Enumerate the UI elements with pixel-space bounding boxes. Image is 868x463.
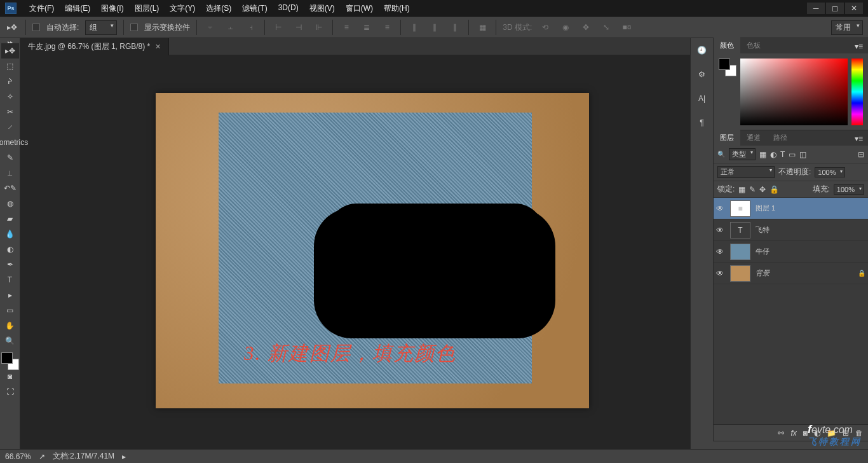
slide3d-icon[interactable]: ⤡ <box>599 20 613 34</box>
layer-row[interactable]: 👁 T 飞特 <box>714 219 868 241</box>
panel-menu-icon[interactable]: ▾≡ <box>850 39 868 53</box>
visibility-icon[interactable]: 👁 <box>716 226 725 235</box>
close-icon[interactable]: ✕ <box>155 43 161 51</box>
fill-input[interactable]: 100% <box>834 184 864 195</box>
layer-row[interactable]: 👁 ■ 图层 1 <box>714 198 868 219</box>
lasso-tool[interactable]: ᔨ <box>1 74 19 89</box>
close-button[interactable]: ✕ <box>845 3 863 14</box>
hand-tool[interactable]: ✋ <box>1 318 19 333</box>
brush-tool[interactable]: ✎ <box>1 150 19 165</box>
screen-mode-tool[interactable]: ⛶ <box>1 384 19 399</box>
menu-edit[interactable]: 编辑(E) <box>60 1 95 17</box>
auto-select-dropdown[interactable]: 组 <box>85 20 117 35</box>
auto-align-icon[interactable]: ▦ <box>475 20 489 34</box>
layer-style-icon[interactable]: fx <box>790 429 796 438</box>
blur-tool[interactable]: 💧 <box>1 226 19 242</box>
minimize-button[interactable]: ─ <box>807 3 825 14</box>
orbit3d-icon[interactable]: ⟲ <box>538 20 552 34</box>
distribute-hcenter-icon[interactable]: ∥ <box>428 20 442 34</box>
canvas-viewport[interactable]: 3. 新建图层，填充颜色 <box>20 55 690 449</box>
quick-mask-tool[interactable]: ◙ <box>1 369 19 384</box>
align-hcenter-icon[interactable]: ⊣ <box>292 20 306 34</box>
blend-mode-dropdown[interactable]: 正常 <box>717 166 775 178</box>
menu-layer[interactable]: 图层(L) <box>130 1 165 17</box>
layer-row[interactable]: 👁 牛仔 <box>714 241 868 263</box>
auto-select-checkbox[interactable] <box>32 24 40 31</box>
eyedropper-tool[interactable]: ⟋ <box>1 120 19 135</box>
visibility-icon[interactable]: 👁 <box>716 269 725 278</box>
document-tab[interactable]: 牛皮.jpg @ 66.7% (图层 1, RGB/8) * ✕ <box>20 38 169 55</box>
lock-all-icon[interactable]: 🔒 <box>770 185 779 194</box>
move-tool[interactable]: ▸✥ <box>1 43 19 59</box>
status-flyout-icon[interactable]: ▸ <box>122 452 126 461</box>
marquee-tool[interactable]: ⬚ <box>1 59 19 74</box>
pen-tool[interactable]: ✒ <box>1 257 19 272</box>
type-tool[interactable]: T <box>1 272 19 287</box>
roll3d-icon[interactable]: ◉ <box>559 20 573 34</box>
layer-filter-dropdown[interactable]: 类型 <box>729 148 756 160</box>
healing-brush-tool[interactable]: �ometrics <box>1 135 19 150</box>
lock-pixel-icon[interactable]: ✎ <box>749 185 756 194</box>
layer-name[interactable]: 图层 1 <box>756 204 865 213</box>
menu-3d[interactable]: 3D(D) <box>273 1 304 17</box>
distribute-top-icon[interactable]: ≡ <box>339 20 353 34</box>
zoom-tool[interactable]: 🔍 <box>1 333 19 349</box>
scale3d-icon[interactable]: ■¤ <box>620 20 634 34</box>
layer-row[interactable]: 👁 背景 🔒 <box>714 263 868 284</box>
hue-slider[interactable] <box>851 59 863 125</box>
link-layers-icon[interactable]: ⚯ <box>778 429 784 438</box>
saturation-picker[interactable] <box>740 59 848 125</box>
workspace-dropdown[interactable]: 常用 <box>831 20 863 35</box>
filter-shape-icon[interactable]: ▭ <box>789 150 796 159</box>
menu-image[interactable]: 图像(I) <box>96 1 128 17</box>
zoom-arrow-icon[interactable]: ↗ <box>39 452 45 461</box>
tab-swatches[interactable]: 色板 <box>740 38 767 53</box>
panel-menu-icon[interactable]: ▾≡ <box>850 132 868 146</box>
align-middle-icon[interactable]: ⫠ <box>224 20 238 34</box>
dodge-tool[interactable]: ◐ <box>1 242 19 257</box>
character-icon[interactable]: A| <box>695 92 709 106</box>
layer-mask-icon[interactable]: ◙ <box>803 429 808 438</box>
tab-color[interactable]: 颜色 <box>714 38 740 53</box>
maximize-button[interactable]: ◻ <box>826 3 844 14</box>
align-bottom-icon[interactable]: ⫞ <box>244 20 258 34</box>
magic-wand-tool[interactable]: ✧ <box>1 89 19 104</box>
history-icon[interactable]: 🕘 <box>695 43 709 57</box>
visibility-icon[interactable]: 👁 <box>716 204 725 213</box>
tab-paths[interactable]: 路径 <box>767 130 794 146</box>
menu-type[interactable]: 文字(Y) <box>165 1 200 17</box>
history-brush-tool[interactable]: ↶✎ <box>1 181 19 196</box>
zoom-level[interactable]: 66.67% <box>5 452 31 461</box>
filter-pixel-icon[interactable]: ▦ <box>759 150 766 159</box>
pan3d-icon[interactable]: ✥ <box>579 20 593 34</box>
paragraph-icon[interactable]: ¶ <box>695 116 709 130</box>
menu-select[interactable]: 选择(S) <box>201 1 236 17</box>
clone-stamp-tool[interactable]: ⟂ <box>1 165 19 181</box>
align-left-icon[interactable]: ⊢ <box>271 20 285 34</box>
lock-position-icon[interactable]: ✥ <box>759 185 766 194</box>
distribute-left-icon[interactable]: ∥ <box>407 20 421 34</box>
menu-help[interactable]: 帮助(H) <box>379 1 415 17</box>
tab-channels[interactable]: 通道 <box>740 130 767 146</box>
distribute-right-icon[interactable]: ∥ <box>448 20 462 34</box>
align-right-icon[interactable]: ⊩ <box>312 20 326 34</box>
rectangle-tool[interactable]: ▭ <box>1 303 19 318</box>
gradient-tool[interactable]: ▰ <box>1 211 19 226</box>
distribute-vcenter-icon[interactable]: ≣ <box>360 20 374 34</box>
filter-toggle[interactable]: ⊟ <box>858 150 864 159</box>
menu-window[interactable]: 窗口(W) <box>341 1 378 17</box>
opacity-input[interactable]: 100% <box>815 167 845 177</box>
filter-smart-icon[interactable]: ◫ <box>799 150 806 159</box>
menu-view[interactable]: 视图(V) <box>304 1 340 17</box>
eraser-tool[interactable]: ◍ <box>1 196 19 211</box>
crop-tool[interactable]: ✂ <box>1 104 19 120</box>
color-picker[interactable] <box>714 53 868 130</box>
transform-controls-checkbox[interactable] <box>130 24 138 31</box>
lock-transparency-icon[interactable]: ▦ <box>738 185 745 194</box>
align-top-icon[interactable]: ⫟ <box>203 20 217 34</box>
properties-icon[interactable]: ⚙ <box>695 67 709 81</box>
fgbg-colors[interactable] <box>1 354 19 369</box>
path-tool[interactable]: ▸ <box>1 287 19 303</box>
menu-file[interactable]: 文件(F) <box>24 1 59 17</box>
tab-layers[interactable]: 图层 <box>714 130 740 146</box>
